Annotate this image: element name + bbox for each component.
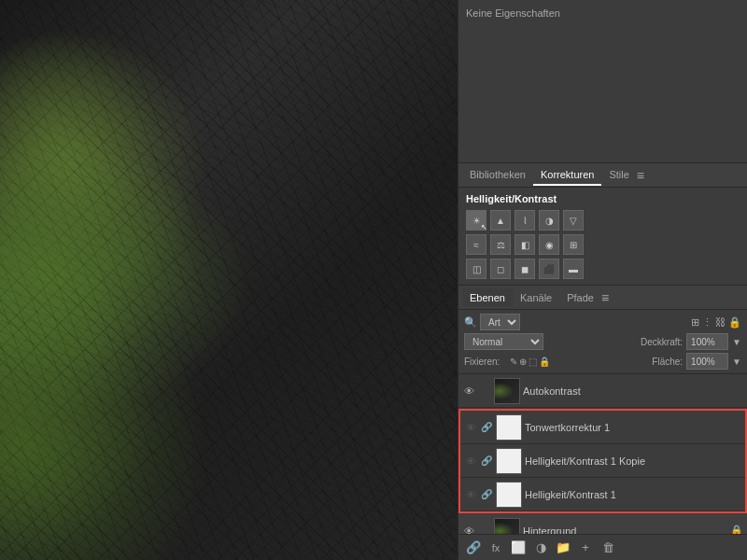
layer-item-hk1[interactable]: 👁 🔗 Helligkeit/Kontrast 1 (460, 478, 745, 511)
posterize-icon[interactable]: ◼ (514, 259, 535, 279)
layer-thumb-autokontrast (494, 378, 520, 404)
invert-icon[interactable]: ◻ (490, 259, 511, 279)
lock-icons: ✎ ⊕ ⬚ 🔒 (510, 357, 550, 367)
selected-layers-group: 👁 🔗 Tonwertkorrektur 1 👁 🔗 Helligkeit/Ko… (458, 409, 747, 513)
canvas-image (0, 0, 458, 560)
layer-link-autokontrast[interactable] (478, 385, 491, 398)
layer-type-select[interactable]: Art (480, 314, 520, 330)
layer-thumb-tonwert (496, 414, 522, 441)
tab-kanale[interactable]: Kanäle (513, 288, 559, 307)
add-mask-button[interactable]: ⬜ (509, 539, 528, 557)
layer-visibility-hintergrund[interactable]: 👁 (462, 525, 475, 535)
layer-item-autokontrast[interactable]: 👁 Autokontrast (458, 374, 747, 408)
canvas-area (0, 0, 458, 560)
layers-control-row-2: Normal Deckkraft: ▼ (464, 333, 741, 350)
layer-link-hintergrund[interactable] (478, 525, 491, 535)
blackwhite-icon[interactable]: ◧ (514, 234, 535, 255)
lock-all-icon[interactable]: 🔒 (539, 357, 550, 367)
blend-mode-select[interactable]: Normal (464, 333, 543, 350)
tab-korrekturen[interactable]: Korrekturen (533, 165, 601, 186)
properties-title: Keine Eigenschaften (466, 7, 740, 19)
hsl-icon[interactable]: ≈ (466, 234, 486, 255)
vibrance-icon[interactable]: ▽ (563, 210, 584, 231)
tab-bibliotheken[interactable]: Bibliotheken (462, 165, 533, 186)
properties-panel: Keine Eigenschaften (458, 0, 747, 163)
flache-input[interactable] (686, 353, 728, 370)
layer-item-hintergrund[interactable]: 👁 Hintergrund 🔒 (458, 514, 747, 534)
layers-toolbar: 🔗 fx ⬜ ◑ 📁 + 🗑 (458, 534, 747, 560)
gradientmap-icon[interactable]: ▬ (563, 259, 584, 279)
channelmixer-icon[interactable]: ⊞ (563, 234, 584, 255)
layer-thumb-hk-kopie (496, 448, 522, 474)
threshold-icon[interactable]: ⬛ (539, 259, 559, 279)
layer-item-hk-kopie[interactable]: 👁 🔗 Helligkeit/Kontrast 1 Kopie (460, 444, 745, 478)
layers-control-row-3: Fixieren: ✎ ⊕ ⬚ 🔒 Fläche: ▼ (464, 353, 741, 370)
layer-visibility-hk-kopie[interactable]: 👁 (464, 455, 477, 468)
deckkraft-label: Deckkraft: (641, 337, 683, 347)
lock-move-icon[interactable]: ⊕ (519, 357, 527, 367)
layer-visibility-hk1[interactable]: 👁 (464, 488, 477, 501)
layer-link-tonwert[interactable]: 🔗 (480, 421, 493, 434)
layers-controls: 🔍 Art ⊞ ⋮ ⛓ 🔒 Normal (458, 310, 747, 374)
deckkraft-arrow[interactable]: ▼ (732, 337, 741, 347)
layer-name-hintergrund: Hintergrund (523, 525, 727, 535)
colorlookup-icon[interactable]: ◫ (466, 259, 486, 279)
photofilter-icon[interactable]: ◉ (539, 234, 559, 255)
layer-visibility-autokontrast[interactable]: 👁 (462, 385, 475, 398)
chain-icon[interactable]: ⛓ (715, 316, 726, 329)
layers-tabs-row: Ebenen Kanäle Pfade ≡ (458, 286, 747, 310)
exposure-icon[interactable]: ◑ (539, 210, 559, 231)
add-style-button[interactable]: fx (486, 539, 505, 557)
flache-label: Fläche: (641, 357, 683, 367)
layer-name-hk1: Helligkeit/Kontrast 1 (525, 489, 741, 500)
thumbnail-icon[interactable]: ⊞ (691, 316, 699, 329)
new-adjustment-button[interactable]: ◑ (531, 539, 550, 557)
layer-link-hk-kopie[interactable]: 🔗 (480, 455, 493, 468)
layer-name-hk-kopie: Helligkeit/Kontrast 1 Kopie (525, 455, 741, 467)
layers-list: 👁 Autokontrast 👁 🔗 Tonwertkorrektur 1 (458, 374, 747, 534)
cursor-indicator: ↖ (481, 223, 487, 231)
layers-control-row-1: 🔍 Art ⊞ ⋮ ⛓ 🔒 (464, 314, 741, 330)
levels-icon[interactable]: ▲ (490, 210, 511, 231)
corrections-row-3: ◫ ◻ ◼ ⬛ ▬ (466, 259, 740, 279)
tab-ebenen[interactable]: Ebenen (462, 288, 513, 307)
tab-pfade[interactable]: Pfade (559, 288, 601, 307)
flache-arrow[interactable]: ▼ (732, 357, 741, 367)
layer-item-tonwert[interactable]: 👁 🔗 Tonwertkorrektur 1 (460, 411, 745, 444)
lock-pixel-icon[interactable]: ✎ (510, 357, 517, 367)
panel-menu-button[interactable]: ≡ (637, 168, 743, 183)
link-layers-button[interactable]: 🔗 (464, 539, 483, 557)
layer-name-tonwert: Tonwertkorrektur 1 (525, 422, 741, 433)
correction-tabs-row: Bibliotheken Korrekturen Stile ≡ (458, 163, 747, 188)
deckkraft-input[interactable] (686, 333, 728, 350)
lock-artboard-icon[interactable]: ⬚ (529, 357, 537, 367)
layer-thumb-hintergrund (494, 518, 520, 535)
layer-visibility-tonwert[interactable]: 👁 (464, 421, 477, 434)
brightness-contrast-icon[interactable]: ☀ ↖ (466, 210, 486, 231)
new-layer-button[interactable]: + (576, 539, 595, 557)
tab-stile[interactable]: Stile (601, 165, 636, 186)
layer-link-hk1[interactable]: 🔗 (480, 488, 493, 501)
delete-layer-button[interactable]: 🗑 (599, 539, 617, 557)
layer-lock-hintergrund: 🔒 (730, 525, 743, 534)
layer-name-autokontrast: Autokontrast (523, 385, 743, 397)
new-group-button[interactable]: 📁 (554, 539, 572, 557)
corrections-row-1: ☀ ↖ ▲ ⌇ ◑ ▽ (466, 210, 740, 231)
right-panel: Keine Eigenschaften Bibliotheken Korrekt… (458, 0, 747, 560)
corrections-panel: Helligkeit/Kontrast ☀ ↖ ▲ ⌇ ◑ ▽ ≈ ⚖ ◧ ◉ (458, 188, 747, 286)
corrections-row-2: ≈ ⚖ ◧ ◉ ⊞ (466, 234, 740, 255)
colorbalance-icon[interactable]: ⚖ (490, 234, 511, 255)
corrections-title: Helligkeit/Kontrast (466, 193, 740, 204)
layers-panel: Ebenen Kanäle Pfade ≡ 🔍 Art ⊞ ⋮ (458, 286, 747, 560)
layers-panel-menu[interactable]: ≡ (601, 290, 743, 305)
corrections-icons: ☀ ↖ ▲ ⌇ ◑ ▽ ≈ ⚖ ◧ ◉ ⊞ ◫ ◻ (466, 210, 740, 279)
layer-thumb-hk1 (496, 482, 522, 508)
fixieren-label: Fixieren: (464, 357, 506, 367)
search-icon: 🔍 (464, 316, 477, 329)
curves-icon[interactable]: ⌇ (514, 210, 535, 231)
lock-layer-icon[interactable]: 🔒 (728, 316, 741, 329)
layers-options-icon[interactable]: ⋮ (702, 316, 712, 329)
